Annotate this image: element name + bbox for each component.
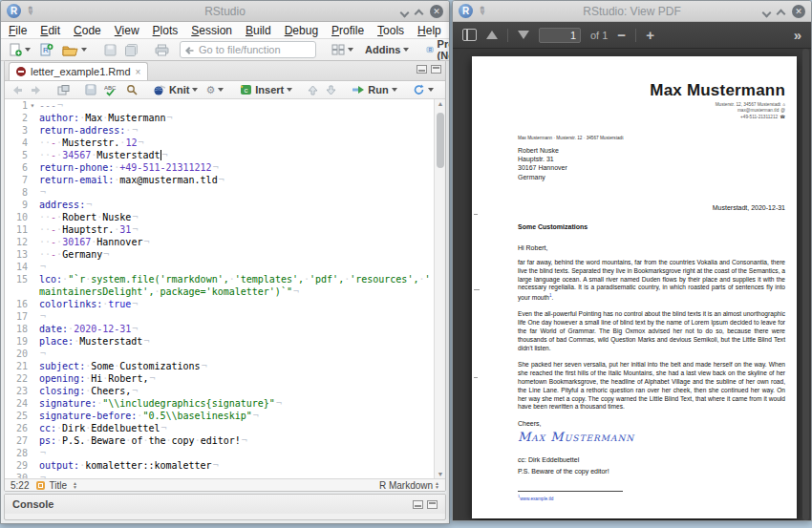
- print-button[interactable]: [153, 43, 171, 57]
- project-menu-button[interactable]: R Project: (None): [424, 37, 450, 62]
- code-line[interactable]: 26 cc:·Dirk·Eddelbuettel¬: [5, 422, 434, 434]
- code-line[interactable]: 9 address:¬: [5, 199, 434, 211]
- code-line[interactable]: 10 ··-·Robert·Nuske¬: [5, 211, 434, 223]
- pdf-view-area[interactable]: Max Mustermann Musterstr. 12, 34567 Must…: [453, 49, 811, 520]
- new-file-button[interactable]: [7, 42, 32, 57]
- insert-chunk-button[interactable]: c Insert: [237, 83, 294, 96]
- code-line[interactable]: 7 return-email:·max@musterman.tld¬: [5, 174, 434, 186]
- spellcheck-button[interactable]: ABC: [102, 83, 120, 97]
- code-line[interactable]: 18 date:·2020-12-31¬: [5, 323, 434, 335]
- page-number-input[interactable]: [539, 28, 581, 43]
- code-line[interactable]: 15 lco:·"`r·system.file('rmarkdown',·'te…: [5, 273, 434, 298]
- code-line[interactable]: 28 ¬: [5, 447, 434, 459]
- goto-file-search[interactable]: [180, 41, 316, 58]
- tab-close-icon[interactable]: ×: [136, 67, 141, 77]
- goto-input[interactable]: [199, 44, 311, 55]
- run-button[interactable]: Run: [350, 83, 398, 96]
- menu-view[interactable]: View: [115, 24, 139, 37]
- new-project-button[interactable]: R: [37, 42, 55, 57]
- code-line[interactable]: 27 ps:·P.S.·Beware·of·the·copy·editor!¬: [5, 434, 434, 447]
- code-line[interactable]: 22 opening:·Hi·Robert,¬: [5, 372, 434, 385]
- code-line[interactable]: 14 ¬: [5, 261, 434, 273]
- more-tools-icon[interactable]: »: [794, 27, 801, 43]
- go-prev-section-button[interactable]: [306, 84, 320, 96]
- footnote-link[interactable]: 1www.example.tld: [518, 494, 785, 501]
- panes-layout-button[interactable]: [330, 43, 355, 56]
- zoom-out-button[interactable]: −: [617, 28, 626, 42]
- menu-debug[interactable]: Debug: [285, 24, 318, 37]
- outline-button[interactable]: [445, 84, 446, 96]
- code-line[interactable]: 5 ··-·34567·Musterstadt¬: [5, 149, 434, 161]
- menu-help[interactable]: Help: [417, 24, 441, 37]
- save-button[interactable]: [102, 43, 118, 57]
- zoom-in-button[interactable]: +: [646, 28, 654, 42]
- go-next-section-button[interactable]: [324, 84, 338, 96]
- code-line[interactable]: 6 return-phone:·+49-511-21311212¬: [5, 161, 434, 174]
- console-minimize-icon[interactable]: [413, 500, 423, 509]
- rerun-button[interactable]: [411, 83, 436, 96]
- save-all-button[interactable]: [123, 43, 139, 57]
- scrollbar-thumb[interactable]: [437, 113, 444, 168]
- scroll-up-icon[interactable]: ▲: [435, 100, 446, 107]
- recipient-address: Robert NuskeHauptstr. 3130167 HannoverGe…: [518, 146, 785, 181]
- code-line[interactable]: 4 ··-·Musterstr.·12¬: [5, 137, 434, 149]
- pane-minimize-icon[interactable]: [417, 65, 427, 74]
- tab-letter-example[interactable]: letter_example1.Rmd ×: [9, 62, 148, 80]
- menu-edit[interactable]: Edit: [40, 24, 60, 37]
- code-line[interactable]: 2 author:·Max·Mustermann¬: [5, 112, 434, 124]
- menu-plots[interactable]: Plots: [153, 24, 179, 37]
- maximize-icon[interactable]: [778, 8, 785, 15]
- shade-icon[interactable]: [401, 8, 409, 15]
- editor-code[interactable]: 1▾---¬2 author:·Max·Mustermann¬3 return-…: [5, 99, 434, 478]
- forward-button[interactable]: [29, 84, 44, 96]
- code-line[interactable]: 3 return-address:·¬: [5, 124, 434, 137]
- code-line[interactable]: 11 ··-·Hauptstr.·31¬: [5, 223, 434, 236]
- menu-profile[interactable]: Profile: [331, 24, 364, 37]
- menu-tools[interactable]: Tools: [377, 24, 404, 37]
- maximize-icon[interactable]: [416, 8, 423, 15]
- code-line[interactable]: 23 closing:·Cheers,¬: [5, 385, 434, 397]
- code-line[interactable]: 17 ¬: [5, 310, 434, 323]
- code-line[interactable]: 30 ¬: [5, 472, 434, 478]
- file-type-selector[interactable]: R Markdown ▲▼: [379, 480, 439, 491]
- console-header[interactable]: Console: [5, 495, 445, 514]
- close-icon[interactable]: ✕: [792, 5, 805, 18]
- code-line[interactable]: 16 colorlinks:·true¬: [5, 298, 434, 310]
- addins-button[interactable]: Addins: [360, 43, 411, 56]
- code-line[interactable]: 12 ··-·30167·Hannover¬: [5, 236, 434, 248]
- open-file-button[interactable]: [60, 43, 89, 57]
- code-line[interactable]: 19 place:·Musterstadt¬: [5, 335, 434, 348]
- menu-file[interactable]: File: [9, 24, 27, 37]
- sidebar-toggle-icon[interactable]: [462, 29, 477, 41]
- menu-code[interactable]: Code: [74, 24, 101, 37]
- shade-icon[interactable]: [763, 8, 771, 15]
- code-line[interactable]: 13 ··-·Germany¬: [5, 248, 434, 261]
- popout-button[interactable]: [55, 84, 72, 96]
- find-button[interactable]: [124, 83, 139, 96]
- close-icon[interactable]: ✕: [430, 5, 443, 18]
- code-line[interactable]: 25 signature-before:·"0.5\\baselineskip"…: [5, 410, 434, 422]
- pane-maximize-icon[interactable]: [431, 65, 441, 74]
- back-button[interactable]: [10, 84, 25, 96]
- save-doc-button[interactable]: [83, 83, 98, 96]
- code-line[interactable]: 21 subject:·Some·Customizations¬: [5, 360, 434, 372]
- pdf-scrollbar[interactable]: [802, 49, 809, 520]
- pdf-title-bar[interactable]: R ✎ RStudio: View PDF ✕: [453, 1, 811, 22]
- code-line[interactable]: 8 ¬: [5, 186, 434, 199]
- code-line[interactable]: 1▾---¬: [5, 99, 434, 112]
- editor-scrollbar[interactable]: ▲ ▼: [434, 99, 445, 478]
- recipient-line: Hauptstr. 31: [518, 155, 785, 163]
- console-maximize-icon[interactable]: [427, 500, 438, 509]
- menu-session[interactable]: Session: [191, 24, 232, 37]
- menu-build[interactable]: Build: [246, 24, 271, 37]
- page-up-icon[interactable]: [486, 31, 498, 39]
- title-bar[interactable]: R ✎ RStudio ✕: [1, 1, 449, 22]
- code-line[interactable]: 29 output:·komaletter::komaletter¬: [5, 459, 434, 472]
- scroll-down-icon[interactable]: ▼: [435, 471, 446, 477]
- scope-selector[interactable]: Title ▲▼: [36, 480, 76, 491]
- page-down-icon[interactable]: [518, 31, 529, 39]
- code-line[interactable]: 20 ¬: [5, 348, 434, 360]
- code-line[interactable]: 24 signature:·"\\includegraphics{signatu…: [5, 397, 434, 410]
- knit-settings-button[interactable]: ⚙: [203, 83, 225, 97]
- knit-button[interactable]: Knit: [151, 83, 200, 96]
